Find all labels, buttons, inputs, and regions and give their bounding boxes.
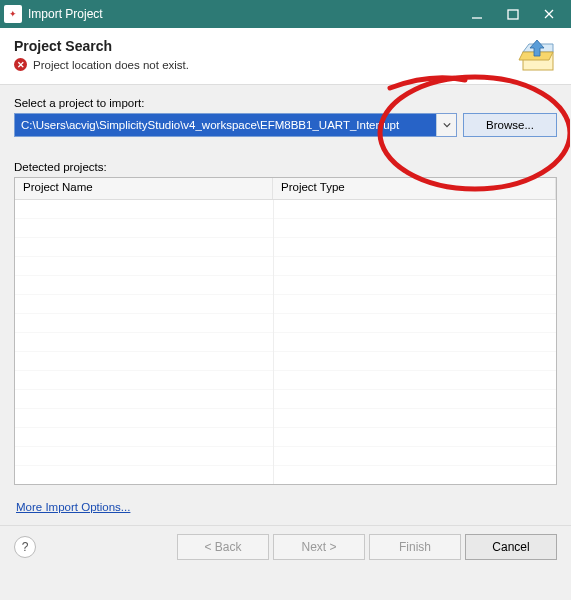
cancel-button[interactable]: Cancel: [465, 534, 557, 560]
path-combobox[interactable]: [14, 113, 457, 137]
wizard-header: Project Search ✕ Project location does n…: [0, 28, 571, 85]
detected-projects-label: Detected projects:: [14, 161, 557, 173]
app-icon: ✦: [4, 5, 22, 23]
table-body-empty: [15, 200, 556, 485]
help-button[interactable]: ?: [14, 536, 36, 558]
titlebar: ✦ Import Project: [0, 0, 571, 28]
page-title: Project Search: [14, 38, 509, 54]
error-message: Project location does not exist.: [33, 59, 189, 71]
import-wizard-icon: [517, 38, 557, 74]
error-icon: ✕: [14, 58, 27, 71]
more-import-options-link[interactable]: More Import Options...: [16, 501, 130, 513]
close-button[interactable]: [531, 0, 567, 28]
wizard-footer: ? < Back Next > Finish Cancel: [0, 525, 571, 570]
window-title: Import Project: [28, 7, 459, 21]
back-button: < Back: [177, 534, 269, 560]
minimize-button[interactable]: [459, 0, 495, 28]
maximize-button[interactable]: [495, 0, 531, 28]
browse-button[interactable]: Browse...: [463, 113, 557, 137]
select-project-label: Select a project to import:: [14, 97, 557, 109]
finish-button: Finish: [369, 534, 461, 560]
path-input[interactable]: [15, 114, 436, 136]
detected-projects-table[interactable]: Project Name Project Type: [14, 177, 557, 485]
column-project-type[interactable]: Project Type: [273, 178, 556, 199]
next-button: Next >: [273, 534, 365, 560]
path-dropdown-button[interactable]: [436, 114, 456, 136]
column-project-name[interactable]: Project Name: [15, 178, 273, 199]
svg-rect-1: [508, 10, 518, 19]
